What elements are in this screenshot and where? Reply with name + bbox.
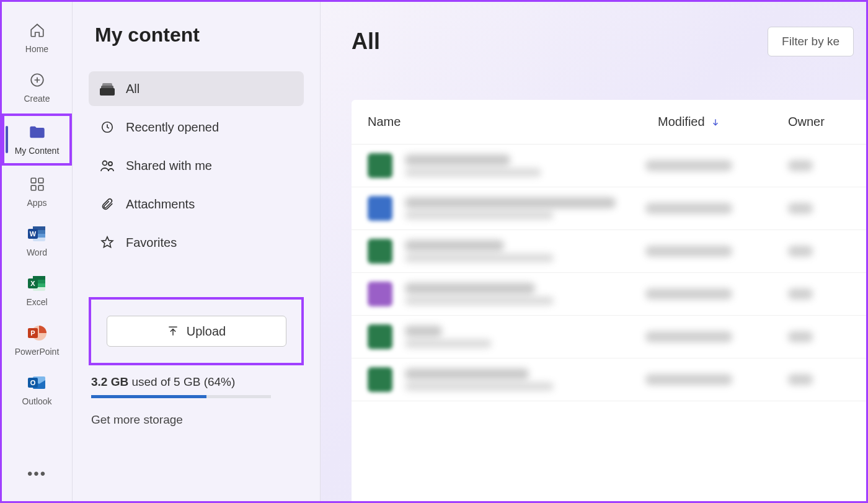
table-body (352, 145, 866, 401)
col-modified[interactable]: Modified (658, 115, 788, 129)
apps-icon (27, 174, 47, 194)
clock-icon (100, 120, 115, 135)
file-name-blur (405, 283, 535, 294)
rail-home-label: Home (25, 44, 48, 54)
upload-highlight: Upload (89, 297, 304, 365)
svg-text:O: O (30, 379, 35, 386)
rail-word[interactable]: W Word (2, 218, 72, 265)
rail-my-content[interactable]: My Content (2, 114, 72, 166)
rail-excel[interactable]: X Excel (2, 267, 72, 314)
rail-excel-label: Excel (26, 297, 47, 307)
modified-cell (645, 246, 776, 257)
rail-powerpoint[interactable]: P PowerPoint (2, 317, 72, 364)
upload-icon (167, 325, 179, 337)
owner-cell (788, 203, 850, 214)
rail-apps[interactable]: Apps (2, 168, 72, 215)
excel-icon: X (27, 274, 47, 293)
file-type-icon (368, 153, 392, 178)
main-header: All Filter by ke (352, 27, 866, 56)
table-row[interactable] (352, 145, 866, 187)
row-texts (405, 197, 633, 220)
col-modified-label: Modified (658, 115, 705, 129)
file-name-blur (405, 368, 529, 380)
rail-home[interactable]: Home (2, 14, 72, 61)
nav-favorites[interactable]: Favorites (89, 225, 304, 260)
storage-text: 3.2 GB used of 5 GB (64%) (91, 375, 304, 389)
owner-cell (788, 288, 850, 300)
stack-icon (100, 81, 115, 96)
nav-attachments[interactable]: Attachments (89, 187, 304, 221)
owner-cell (788, 374, 850, 385)
owner-cell (788, 160, 850, 171)
file-type-icon (368, 367, 392, 392)
modified-cell (645, 160, 776, 171)
svg-point-26 (108, 162, 112, 166)
storage-bar (91, 395, 271, 398)
upload-button[interactable]: Upload (107, 316, 286, 347)
nav-shared[interactable]: Shared with me (89, 148, 304, 183)
outlook-icon: O (27, 373, 47, 393)
rail-outlook[interactable]: O Outlook (2, 367, 72, 414)
table-row[interactable] (352, 230, 866, 273)
sort-down-icon (711, 118, 720, 127)
col-name[interactable]: Name (368, 115, 658, 129)
main-title: All (352, 29, 380, 55)
table-row[interactable] (352, 187, 866, 230)
file-sub-blur (405, 296, 554, 305)
file-sub-blur (405, 168, 541, 177)
file-sub-blur (405, 382, 554, 391)
get-more-storage-link[interactable]: Get more storage (91, 413, 304, 427)
modified-cell (645, 331, 776, 342)
row-texts (405, 368, 633, 391)
nav-shared-label: Shared with me (126, 159, 212, 173)
word-icon: W (27, 224, 47, 244)
upload-label: Upload (187, 324, 226, 339)
file-sub-blur (405, 339, 492, 348)
rail-more[interactable]: ••• (27, 465, 46, 483)
main-content: All Filter by ke Name Modified Owner (321, 2, 866, 501)
row-texts (405, 154, 633, 177)
table-row[interactable] (352, 358, 866, 401)
file-name-blur (405, 154, 510, 166)
storage-info: 3.2 GB used of 5 GB (64%) Get more stora… (89, 375, 304, 427)
content-side-panel: My content All Recently opened Shared wi… (73, 2, 321, 501)
nav-favorites-label: Favorites (126, 236, 177, 250)
modified-cell (645, 203, 776, 214)
app-rail: Home Create My Content Apps W Word (2, 2, 73, 501)
svg-rect-23 (100, 88, 115, 96)
paperclip-icon (100, 197, 115, 211)
rail-create-label: Create (24, 94, 50, 104)
row-texts (405, 240, 633, 262)
storage-used: 3.2 GB (91, 375, 128, 388)
table-row[interactable] (352, 316, 866, 358)
svg-text:W: W (29, 230, 36, 238)
owner-cell (788, 246, 850, 257)
rail-create[interactable]: Create (2, 64, 72, 111)
file-table: Name Modified Owner (352, 100, 866, 501)
rail-my-content-label: My Content (15, 146, 60, 156)
content-nav: All Recently opened Shared with me Attac… (89, 71, 304, 260)
folder-icon (27, 122, 47, 142)
nav-recent[interactable]: Recently opened (89, 110, 304, 145)
panel-title: My content (89, 24, 304, 47)
file-type-icon (368, 239, 392, 264)
nav-recent-label: Recently opened (126, 120, 219, 135)
table-row[interactable] (352, 273, 866, 316)
col-owner[interactable]: Owner (788, 115, 850, 129)
file-name-blur (405, 326, 442, 337)
row-texts (405, 283, 633, 305)
people-icon (100, 158, 115, 173)
filter-button[interactable]: Filter by ke (768, 27, 854, 56)
owner-cell (788, 331, 850, 342)
nav-attachments-label: Attachments (126, 197, 195, 211)
storage-bar-fill (91, 395, 206, 398)
nav-all[interactable]: All (89, 71, 304, 106)
svg-text:X: X (30, 280, 35, 287)
svg-rect-2 (38, 178, 43, 183)
home-icon (27, 20, 47, 40)
plus-circle-icon (27, 70, 47, 90)
rail-apps-label: Apps (27, 198, 47, 208)
svg-point-25 (103, 161, 107, 166)
file-type-icon (368, 196, 392, 221)
rail-powerpoint-label: PowerPoint (15, 347, 60, 357)
